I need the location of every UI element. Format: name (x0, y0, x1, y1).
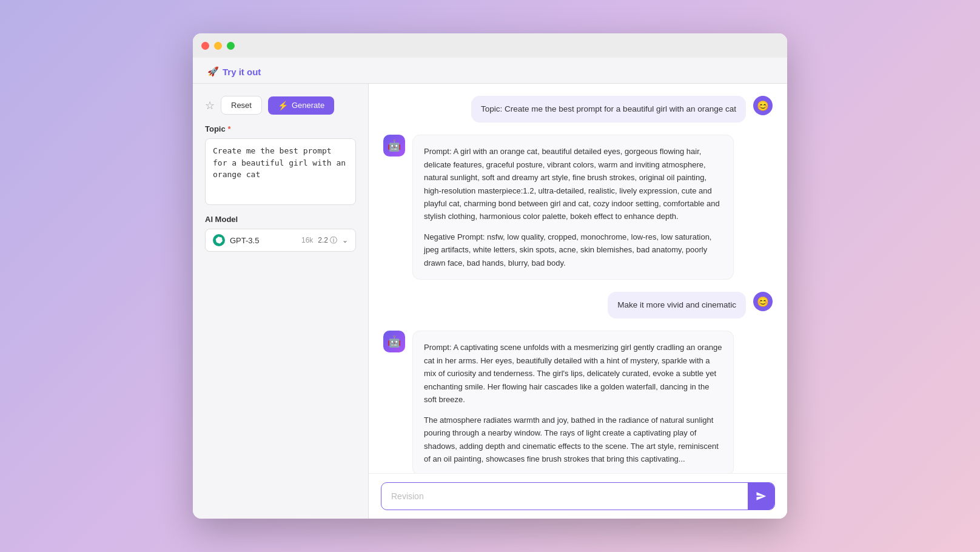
ai-model-label: AI Model (205, 215, 356, 224)
model-logo-icon (213, 234, 225, 246)
user-avatar-1: 😊 (753, 96, 773, 115)
model-selector[interactable]: GPT-3.5 16k 2.2 ⓘ ⌄ (205, 229, 356, 252)
bot-icon-2: 🤖 (388, 335, 401, 348)
chevron-down-icon: ⌄ (342, 236, 348, 244)
openai-icon (215, 237, 223, 244)
assistant-bubble-2: Prompt: A captivating scene unfolds with… (412, 331, 734, 473)
topic-textarea[interactable]: Create me the best prompt for a beautifu… (205, 138, 356, 205)
rocket-icon: 🚀 (207, 66, 219, 77)
user-icon-2: 😊 (757, 296, 769, 308)
user-bubble-2: Make it more vivid and cinematic (608, 292, 746, 318)
model-context-text: 16k (301, 236, 313, 244)
assistant-message-row-2: 🤖 Prompt: A captivating scene unfolds wi… (383, 331, 773, 473)
header-title: 🚀 Try it out (207, 66, 261, 77)
header-title-text: Try it out (223, 67, 261, 77)
title-bar (193, 33, 787, 58)
user-icon-1: 😊 (757, 100, 769, 112)
app-content: 🚀 Try it out ☆ Reset ⚡ Generate Topi (193, 58, 787, 519)
model-name-text: GPT-3.5 (230, 236, 297, 245)
input-bar (369, 473, 787, 519)
action-bar: ☆ Reset ⚡ Generate (205, 96, 356, 115)
left-panel: ☆ Reset ⚡ Generate Topic * Create me the… (193, 84, 369, 519)
generate-button-label: Generate (292, 101, 324, 110)
star-icon[interactable]: ☆ (205, 99, 215, 112)
bot-icon-1: 🤖 (388, 139, 401, 152)
lightning-icon: ⚡ (278, 101, 288, 110)
main-layout: ☆ Reset ⚡ Generate Topic * Create me the… (193, 84, 787, 519)
user-avatar-2: 😊 (753, 292, 773, 311)
topic-label: Topic * (205, 124, 356, 133)
reset-button[interactable]: Reset (221, 96, 262, 115)
revision-wrapper (381, 482, 775, 510)
minimize-button[interactable] (214, 42, 222, 50)
header-bar: 🚀 Try it out (193, 58, 787, 84)
close-button[interactable] (201, 42, 209, 50)
assistant-bubble-1: Prompt: A girl with an orange cat, beaut… (412, 135, 734, 280)
user-message-row-1: Topic: Create me the best prompt for a b… (383, 96, 773, 123)
info-icon: ⓘ (330, 235, 337, 246)
model-version-text: 2.2 ⓘ (318, 235, 337, 246)
send-button[interactable] (748, 483, 774, 510)
maximize-button[interactable] (227, 42, 235, 50)
send-icon (756, 491, 767, 502)
required-indicator: * (228, 125, 231, 133)
assistant-text-2-p2: The atmosphere radiates warmth and joy, … (424, 414, 722, 466)
topic-field-group: Topic * Create me the best prompt for a … (205, 124, 356, 205)
ai-model-field-group: AI Model GPT-3.5 16k 2.2 ⓘ (205, 215, 356, 252)
assistant-text-2-p1: Prompt: A captivating scene unfolds with… (424, 341, 722, 406)
user-bubble-1: Topic: Create me the best prompt for a b… (471, 96, 746, 123)
assistant-message-row-1: 🤖 Prompt: A girl with an orange cat, bea… (383, 135, 773, 280)
chat-area: Topic: Create me the best prompt for a b… (369, 84, 787, 473)
assistant-text-1-p2: Negative Prompt: nsfw, low quality, crop… (424, 231, 722, 269)
right-panel: Topic: Create me the best prompt for a b… (369, 84, 787, 519)
assistant-avatar-1: 🤖 (383, 135, 405, 157)
user-message-row-2: Make it more vivid and cinematic 😊 (383, 292, 773, 318)
assistant-avatar-2: 🤖 (383, 331, 405, 352)
assistant-text-1-p1: Prompt: A girl with an orange cat, beaut… (424, 145, 722, 223)
app-window: 🚀 Try it out ☆ Reset ⚡ Generate Topi (193, 33, 787, 519)
revision-input[interactable] (381, 484, 748, 508)
generate-button[interactable]: ⚡ Generate (268, 96, 334, 115)
